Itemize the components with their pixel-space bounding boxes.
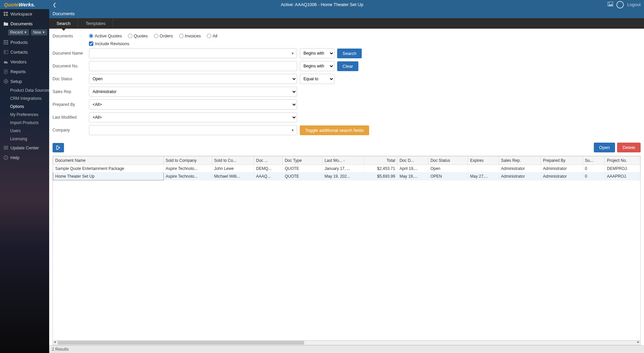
sidebar-item-setup[interactable]: Setup [0, 77, 49, 86]
col-doc-status[interactable]: Doc Status [428, 156, 468, 165]
col-sales-rep[interactable]: Sales Rep. [499, 156, 541, 165]
sidebar-item-products[interactable]: Products [0, 37, 49, 47]
avatar-icon[interactable] [616, 1, 624, 8]
radio-orders[interactable]: Orders [154, 33, 173, 38]
image-icon[interactable] [608, 2, 613, 7]
sidebar-item-crm-integrations[interactable]: CRM Integrations [10, 94, 49, 102]
recent-button[interactable]: Recent▼ [8, 29, 29, 35]
cell-expires: May 27,... [468, 173, 499, 180]
scrollbar-thumb[interactable] [58, 341, 304, 345]
sidebar-item-vendors[interactable]: Vendors [0, 57, 49, 67]
tab-templates[interactable]: Templates [78, 18, 113, 29]
svg-rect-9 [4, 42, 5, 43]
sidebar-item-users[interactable]: Users [10, 127, 49, 135]
export-button[interactable] [53, 143, 64, 152]
doc-status-select[interactable]: Open [89, 74, 297, 84]
col-doc-type[interactable]: Doc Type [283, 156, 322, 165]
sidebar-item-import-products[interactable]: Import Products [10, 119, 49, 127]
radio-all[interactable]: All [207, 33, 217, 38]
col-last-modified[interactable]: Last Mo...↑ [322, 156, 364, 165]
cell-project-no: DEMPROJ. [605, 165, 640, 173]
cell-doc-type: QUOTE [283, 173, 322, 180]
sidebar-item-my-preferences[interactable]: My Preferences [10, 111, 49, 119]
sidebar-item-documents[interactable]: Documents [0, 19, 49, 29]
results-table: Document Name Sold to Company Sold to Co… [53, 156, 640, 180]
sidebar-item-reports[interactable]: Reports [0, 67, 49, 77]
cell-last-modified: May 19, 202... [322, 173, 364, 180]
svg-point-1 [609, 3, 610, 4]
col-sold-to-company[interactable]: Sold to Company [163, 156, 212, 165]
radio-invoices[interactable]: Invoices [179, 33, 201, 38]
clear-button[interactable]: Clear [337, 61, 358, 71]
svg-rect-3 [6, 12, 8, 13]
cell-sold-to-company: Aspire Technolo... [163, 165, 212, 173]
active-document-title: Active: AAAQ1006 - Home Theater Set Up [281, 2, 363, 7]
sidebar-item-product-data-sources[interactable]: Product Data Sources [10, 86, 49, 94]
include-revisions-label: Include Revisions [95, 41, 129, 46]
col-sold-to-contact[interactable]: Sold to Co... [212, 156, 254, 165]
radio-active-quotes[interactable]: Active Quotes [89, 33, 122, 38]
col-document-name[interactable]: Document Name [53, 156, 164, 165]
col-total[interactable]: Total [364, 156, 397, 165]
results-table-wrap[interactable]: Document Name Sold to Company Sold to Co… [53, 156, 641, 341]
col-prepared-by[interactable]: Prepared By [541, 156, 583, 165]
status-bar: 2 Results [49, 345, 644, 353]
svg-rect-8 [7, 40, 8, 41]
sidebar-item-help[interactable]: ? Help [0, 153, 49, 163]
horizontal-scrollbar[interactable] [53, 341, 641, 345]
radio-quotes[interactable]: Quotes [128, 33, 148, 38]
last-modified-select[interactable]: <All> [89, 112, 297, 122]
cell-doc-date: April 19,... [397, 165, 428, 173]
include-revisions-checkbox[interactable] [89, 41, 93, 46]
col-su[interactable]: Su... [583, 156, 605, 165]
company-input[interactable] [89, 125, 297, 135]
documents-label: Documents [53, 34, 89, 38]
delete-button[interactable]: Delete [617, 143, 641, 152]
cell-doc-date: May 19,... [397, 173, 428, 180]
table-header-row: Document Name Sold to Company Sold to Co… [53, 156, 640, 165]
document-name-operator-select[interactable]: Begins with [300, 48, 334, 58]
col-project-no[interactable]: Project No. [605, 156, 640, 165]
documents-sub-buttons: Recent▼ New▼ [0, 29, 49, 37]
doc-status-operator-select[interactable]: Equal to [300, 74, 334, 84]
toggle-additional-fields-button[interactable]: Toggle additional search fields [300, 125, 369, 135]
sidebar-item-contacts[interactable]: Contacts [0, 47, 49, 57]
document-name-input[interactable] [89, 48, 297, 58]
sidebar-item-options[interactable]: Options [10, 102, 49, 111]
tab-search[interactable]: Search [49, 18, 78, 29]
cell-project-no: AAAPROJ. [605, 173, 640, 180]
chevron-down-icon: ▼ [42, 31, 45, 34]
document-no-input[interactable] [89, 61, 297, 71]
sidebar-collapse-icon[interactable]: ❮ [49, 2, 60, 7]
header-right: Logout [608, 1, 644, 8]
cell-doc-type: QUOTE [283, 165, 322, 173]
contacts-icon [3, 50, 8, 54]
main-content: Documents Search Templates Documents Act… [49, 9, 644, 353]
prepared-by-select[interactable]: <All> [89, 99, 297, 110]
sidebar-item-licensing[interactable]: Licensing [10, 135, 49, 143]
col-doc-date[interactable]: Doc D... [397, 156, 428, 165]
sidebar-item-update-center[interactable]: Update Center [0, 143, 49, 153]
open-button[interactable]: Open [594, 143, 615, 152]
col-expires[interactable]: Expires [468, 156, 499, 165]
col-doc-no[interactable]: Doc ... [254, 156, 283, 165]
table-row[interactable]: Home Theater Set UpAspire Technolo...Mic… [53, 173, 640, 180]
logout-link[interactable]: Logout [627, 2, 641, 7]
document-no-operator-select[interactable]: Begins with [300, 61, 334, 71]
svg-rect-14 [7, 43, 8, 45]
search-button[interactable]: Search [337, 49, 362, 58]
chevron-down-icon: ▼ [24, 31, 27, 34]
sidebar-item-workspace[interactable]: Workspace [0, 9, 49, 19]
table-row[interactable]: Sample Quote Entertainment PackageAspire… [53, 165, 640, 173]
folder-icon [3, 22, 8, 26]
reports-icon [3, 69, 8, 74]
sidebar-item-label: Workspace [10, 11, 32, 17]
svg-rect-6 [4, 40, 5, 41]
sales-rep-select[interactable]: Administrator [89, 87, 297, 97]
sidebar-item-label: Reports [10, 69, 26, 74]
company-label: Company [53, 128, 89, 133]
sort-asc-icon: ↑ [343, 159, 345, 163]
list-icon [3, 146, 8, 150]
new-button[interactable]: New▼ [31, 29, 47, 35]
svg-rect-2 [4, 12, 5, 13]
